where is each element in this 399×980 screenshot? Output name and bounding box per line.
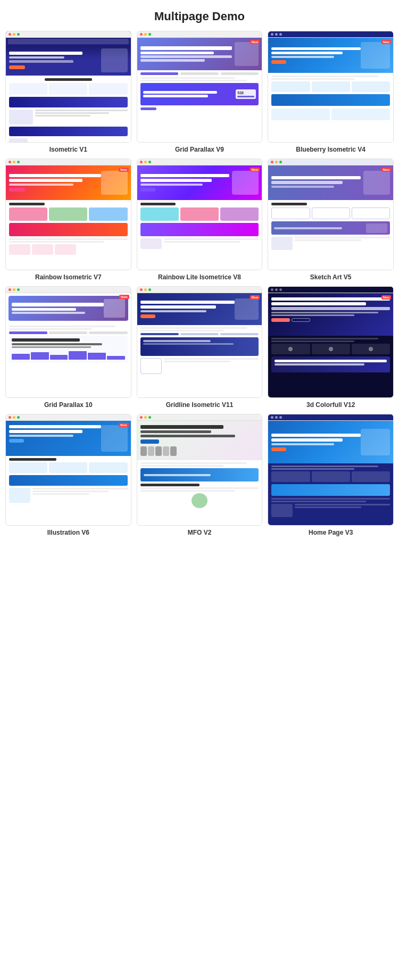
card-label-illus-v6: Illustration V6	[47, 529, 89, 536]
card-3d-v12[interactable]: New 3d Colorfull V12	[268, 286, 394, 409]
card-label-grid-v9: Grid Parallax V9	[175, 146, 224, 153]
card-image-grid-v9[interactable]: New 5	[137, 31, 263, 143]
card-mfo-v2[interactable]: MFO V2	[137, 414, 263, 536]
card-image-3d-v12[interactable]: New	[268, 286, 394, 398]
card-grid-parallax-10[interactable]: New	[5, 286, 131, 409]
card-home-v3[interactable]: Home Page V3	[268, 414, 394, 536]
card-label-rainbow-v7: Rainbow Isometric V7	[35, 273, 102, 281]
card-image-isometric-v1[interactable]	[5, 31, 131, 143]
card-label-isometric-v1: Isometric V1	[49, 146, 87, 153]
card-image-sketch-v5[interactable]: New	[268, 159, 394, 270]
card-label-mfo-v2: MFO V2	[188, 529, 212, 536]
card-image-grid-10[interactable]: New	[5, 286, 131, 398]
card-label-sketch-v5: Sketch Art V5	[310, 273, 352, 281]
demo-grid: Isometric V1 New	[0, 31, 399, 547]
card-image-illus-v6[interactable]: New	[5, 414, 131, 526]
card-label-grid-10: Grid Parallax 10	[44, 401, 93, 409]
card-image-blueberry[interactable]: New	[268, 31, 394, 143]
page-title: Multipage Demo	[0, 0, 399, 31]
card-illustration-v6[interactable]: New	[5, 414, 131, 536]
card-sketch-v5[interactable]: New	[268, 159, 394, 281]
card-label-blueberry: Blueberry Isometric V4	[296, 146, 365, 153]
card-image-rainbow-v7[interactable]: New	[5, 159, 131, 270]
card-gridline-v11[interactable]: New	[137, 286, 263, 409]
card-image-gridline-v11[interactable]: New	[137, 286, 263, 398]
card-label-gridline-v11: Gridline Isometric V11	[166, 401, 234, 409]
card-label-rainbow-v8: Rainbow Lite Isometrice V8	[158, 273, 241, 281]
card-label-home-v3: Home Page V3	[309, 529, 353, 536]
card-label-3d-v12: 3d Colorfull V12	[306, 401, 355, 409]
card-blueberry[interactable]: New Blueberry I	[268, 31, 394, 153]
card-grid-parallax-v9[interactable]: New 5	[137, 31, 263, 153]
card-image-home-v3[interactable]	[268, 414, 394, 526]
card-image-rainbow-v8[interactable]: New	[137, 159, 263, 270]
card-rainbow-v7[interactable]: New	[5, 159, 131, 281]
card-rainbow-v8[interactable]: New	[137, 159, 263, 281]
card-image-mfo-v2[interactable]	[137, 414, 263, 526]
card-isometric-v1[interactable]: Isometric V1	[5, 31, 131, 153]
